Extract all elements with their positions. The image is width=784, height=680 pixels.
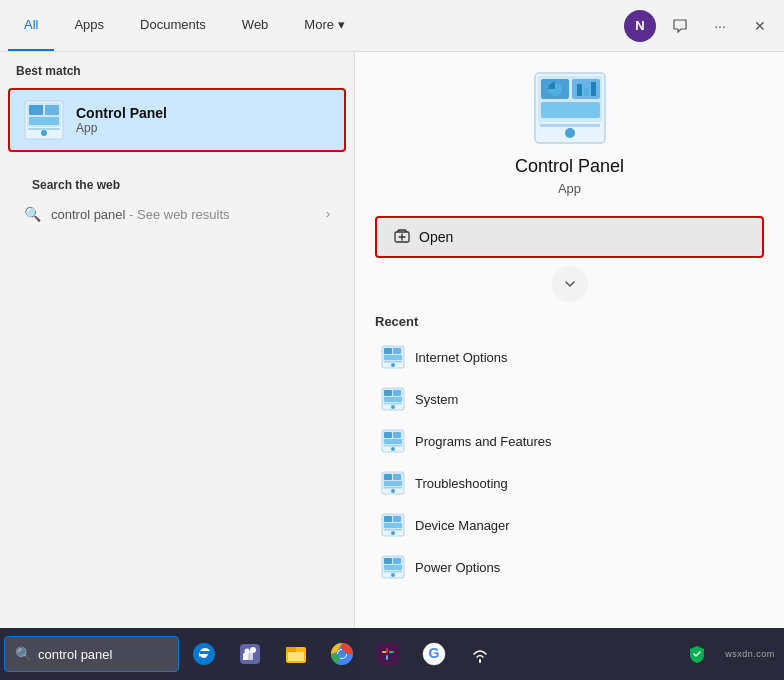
google-icon[interactable]: G bbox=[413, 633, 455, 675]
svg-rect-66 bbox=[288, 652, 304, 661]
recent-item[interactable]: Power Options bbox=[375, 547, 764, 587]
svg-point-12 bbox=[565, 128, 575, 138]
web-search-label: Search the web bbox=[16, 166, 338, 198]
taskbar-right: wsxdn.com bbox=[676, 633, 780, 675]
svg-rect-2 bbox=[29, 105, 43, 115]
feedback-icon[interactable] bbox=[664, 10, 696, 42]
recent-item-label: Troubleshooting bbox=[415, 476, 508, 491]
chrome-icon[interactable] bbox=[321, 633, 363, 675]
control-panel-icon-small bbox=[381, 555, 405, 579]
recent-item[interactable]: Device Manager bbox=[375, 505, 764, 545]
shield-icon bbox=[686, 643, 708, 665]
left-panel: Best match Control Panel App bbox=[0, 52, 355, 680]
control-panel-icon-small bbox=[381, 387, 405, 411]
recent-item-label: Programs and Features bbox=[415, 434, 552, 449]
svg-rect-16 bbox=[591, 82, 596, 96]
svg-rect-56 bbox=[393, 558, 401, 564]
svg-point-37 bbox=[391, 447, 395, 451]
search-icon-taskbar: 🔍 bbox=[15, 646, 32, 662]
svg-point-51 bbox=[391, 531, 395, 535]
recent-item-label: Device Manager bbox=[415, 518, 510, 533]
recent-item-label: System bbox=[415, 392, 458, 407]
svg-rect-41 bbox=[384, 474, 392, 480]
recent-item[interactable]: Internet Options bbox=[375, 337, 764, 377]
recent-item[interactable]: System bbox=[375, 379, 764, 419]
tabs-bar: All Apps Documents Web More ▾ N ··· ✕ bbox=[0, 0, 784, 52]
recent-item-label: Internet Options bbox=[415, 350, 508, 365]
control-panel-icon-preview bbox=[534, 72, 606, 144]
recent-item[interactable]: Programs and Features bbox=[375, 421, 764, 461]
control-panel-icon-small bbox=[381, 345, 405, 369]
svg-rect-31 bbox=[384, 403, 402, 405]
open-button[interactable]: Open bbox=[375, 216, 764, 258]
svg-rect-48 bbox=[384, 516, 392, 522]
more-options-icon[interactable]: ··· bbox=[704, 10, 736, 42]
svg-rect-42 bbox=[393, 474, 401, 480]
search-icon: 🔍 bbox=[24, 206, 41, 222]
search-panel: All Apps Documents Web More ▾ N ··· ✕ Be… bbox=[0, 0, 784, 680]
close-icon[interactable]: ✕ bbox=[744, 10, 776, 42]
svg-rect-70 bbox=[377, 643, 399, 665]
svg-rect-36 bbox=[384, 439, 402, 444]
svg-rect-4 bbox=[29, 117, 59, 125]
best-match-info: Control Panel App bbox=[76, 105, 167, 135]
web-search-item[interactable]: 🔍 control panel - See web results › bbox=[16, 198, 338, 230]
file-explorer-icon[interactable] bbox=[275, 633, 317, 675]
svg-rect-57 bbox=[384, 565, 402, 570]
svg-rect-49 bbox=[393, 516, 401, 522]
tab-more[interactable]: More ▾ bbox=[288, 0, 361, 51]
svg-rect-43 bbox=[384, 481, 402, 486]
recent-label: Recent bbox=[375, 314, 764, 329]
web-search-text: control panel - See web results bbox=[51, 207, 230, 222]
svg-rect-38 bbox=[384, 445, 402, 447]
chevron-right-icon: › bbox=[326, 207, 330, 221]
svg-rect-21 bbox=[393, 348, 401, 354]
tab-all[interactable]: All bbox=[8, 0, 54, 51]
best-match-title: Control Panel bbox=[76, 105, 167, 121]
control-panel-icon-small bbox=[381, 471, 405, 495]
svg-rect-55 bbox=[384, 558, 392, 564]
edge-icon[interactable] bbox=[183, 633, 225, 675]
svg-text:G: G bbox=[429, 645, 440, 661]
best-match-item[interactable]: Control Panel App bbox=[8, 88, 346, 152]
svg-rect-11 bbox=[541, 102, 600, 118]
network-icon[interactable] bbox=[459, 633, 501, 675]
svg-rect-6 bbox=[28, 128, 60, 130]
tab-documents[interactable]: Documents bbox=[124, 0, 222, 51]
tab-web[interactable]: Web bbox=[226, 0, 285, 51]
slack-icon[interactable] bbox=[367, 633, 409, 675]
svg-rect-52 bbox=[384, 529, 402, 531]
taskbar: 🔍 bbox=[0, 628, 784, 680]
svg-rect-45 bbox=[384, 487, 402, 489]
app-name-large: Control Panel bbox=[375, 156, 764, 177]
search-input[interactable] bbox=[38, 647, 168, 662]
best-match-sub: App bbox=[76, 121, 167, 135]
svg-rect-20 bbox=[384, 348, 392, 354]
svg-point-30 bbox=[391, 405, 395, 409]
svg-point-69 bbox=[338, 650, 346, 658]
svg-point-58 bbox=[391, 573, 395, 577]
control-panel-icon-large bbox=[24, 100, 64, 140]
clock-area[interactable]: wsxdn.com bbox=[720, 633, 780, 675]
svg-rect-14 bbox=[577, 84, 582, 96]
best-match-label: Best match bbox=[0, 52, 354, 84]
svg-rect-50 bbox=[384, 523, 402, 528]
right-panel: Control Panel App Open Recent bbox=[355, 52, 784, 680]
svg-rect-13 bbox=[540, 124, 600, 127]
svg-point-5 bbox=[41, 130, 47, 136]
svg-rect-35 bbox=[393, 432, 401, 438]
notification-area[interactable] bbox=[676, 633, 718, 675]
svg-rect-72 bbox=[389, 651, 394, 653]
svg-rect-65 bbox=[286, 647, 296, 652]
svg-rect-34 bbox=[384, 432, 392, 438]
svg-rect-24 bbox=[384, 361, 402, 363]
expand-button[interactable] bbox=[552, 266, 588, 302]
user-avatar[interactable]: N bbox=[624, 10, 656, 42]
tab-apps[interactable]: Apps bbox=[58, 0, 120, 51]
teams-icon[interactable] bbox=[229, 633, 271, 675]
web-search-section: Search the web 🔍 control panel - See web… bbox=[0, 156, 354, 236]
recent-item[interactable]: Troubleshooting bbox=[375, 463, 764, 503]
svg-rect-59 bbox=[384, 571, 402, 573]
svg-rect-27 bbox=[384, 390, 392, 396]
taskbar-search-box[interactable]: 🔍 bbox=[4, 636, 179, 672]
